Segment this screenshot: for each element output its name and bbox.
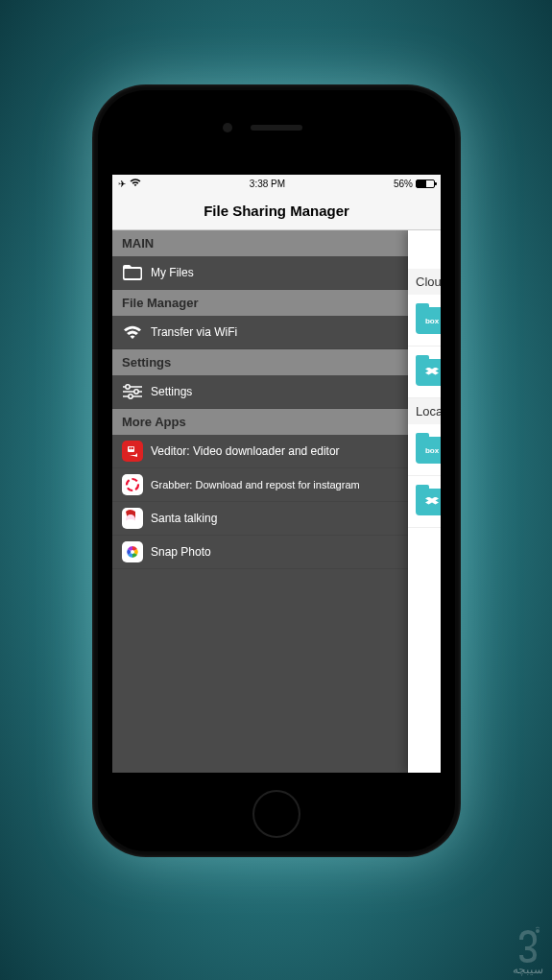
folder-row-box[interactable] xyxy=(408,295,441,347)
folder-row-box-local[interactable] xyxy=(408,424,441,476)
menu-label: My Files xyxy=(151,266,194,279)
folder-icon xyxy=(122,262,143,283)
section-file-manager: File Manager xyxy=(112,290,408,316)
section-more-apps: More Apps xyxy=(112,409,408,435)
svg-point-9 xyxy=(132,447,133,449)
main-panel-header xyxy=(408,230,441,269)
panel-section-local: Loca xyxy=(408,398,441,424)
phone-camera xyxy=(223,123,232,132)
menu-item-santa[interactable]: Santa talking xyxy=(112,502,408,536)
box-folder-icon xyxy=(416,307,441,334)
status-bar: ✈ 3:38 PM 56% xyxy=(112,175,441,192)
folder-row-dropbox-local[interactable] xyxy=(408,476,441,528)
grabber-app-icon xyxy=(122,474,143,495)
menu-label: Santa talking xyxy=(151,512,217,525)
side-menu: MAIN My Files File Manager Transfer via … xyxy=(112,230,408,773)
section-main: MAIN xyxy=(112,230,408,256)
menu-item-veditor[interactable]: Veditor: Video downloader and editor xyxy=(112,435,408,468)
sliders-icon xyxy=(122,381,143,402)
menu-item-transfer-wifi[interactable]: Transfer via WiFi xyxy=(112,316,408,349)
svg-point-8 xyxy=(129,447,131,449)
box-folder-icon xyxy=(416,437,441,464)
page-title: File Sharing Manager xyxy=(204,203,349,219)
menu-label: Grabber: Download and repost for instagr… xyxy=(151,479,360,490)
menu-label: Veditor: Video downloader and editor xyxy=(151,444,340,458)
svg-rect-7 xyxy=(128,446,134,452)
screen: ✈ 3:38 PM 56% File Sharing Manager MAIN xyxy=(112,175,441,773)
section-settings: Settings xyxy=(112,349,408,375)
menu-label: Snap Photo xyxy=(151,545,211,559)
content-area: MAIN My Files File Manager Transfer via … xyxy=(112,230,441,773)
phone-frame: ✈ 3:38 PM 56% File Sharing Manager MAIN xyxy=(92,84,461,857)
wifi-icon xyxy=(130,179,141,189)
svg-point-2 xyxy=(126,385,130,389)
folder-row-dropbox[interactable] xyxy=(408,347,441,398)
svg-point-15 xyxy=(536,929,540,933)
wifi-icon xyxy=(122,322,143,343)
home-button[interactable] xyxy=(252,790,300,838)
status-time: 3:38 PM xyxy=(250,179,285,189)
santa-app-icon xyxy=(122,508,143,529)
svg-point-14 xyxy=(131,550,134,554)
svg-rect-0 xyxy=(125,269,141,278)
menu-item-my-files[interactable]: My Files xyxy=(112,256,408,290)
menu-label: Settings xyxy=(151,385,192,398)
phone-speaker xyxy=(251,125,302,131)
svg-point-4 xyxy=(134,390,138,394)
menu-label: Transfer via WiFi xyxy=(151,325,237,339)
battery-icon xyxy=(416,179,435,188)
svg-point-6 xyxy=(129,394,132,398)
watermark-logo: سیبچه xyxy=(510,926,546,976)
snap-app-icon xyxy=(122,541,143,562)
phone-inner: ✈ 3:38 PM 56% File Sharing Manager MAIN xyxy=(98,90,455,851)
svg-point-10 xyxy=(127,479,138,490)
dropbox-folder-icon xyxy=(416,489,441,515)
nav-bar: File Sharing Manager xyxy=(112,192,441,230)
menu-item-settings[interactable]: Settings xyxy=(112,375,408,409)
veditor-app-icon xyxy=(122,441,143,462)
main-panel[interactable]: Clou Loca xyxy=(408,230,441,773)
menu-item-grabber[interactable]: Grabber: Download and repost for instagr… xyxy=(112,468,408,502)
battery-pct: 56% xyxy=(394,179,413,189)
svg-point-12 xyxy=(125,519,136,527)
airplane-icon: ✈ xyxy=(118,179,126,189)
dropbox-folder-icon xyxy=(416,359,441,386)
panel-section-cloud: Clou xyxy=(408,269,441,295)
menu-item-snap[interactable]: Snap Photo xyxy=(112,536,408,569)
